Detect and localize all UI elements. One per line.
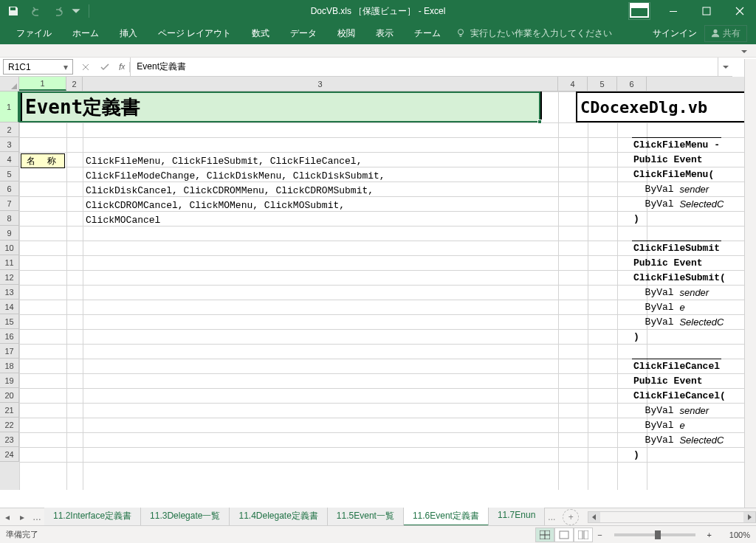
normal-view-button[interactable]	[535, 528, 554, 542]
row-header[interactable]: 6	[0, 181, 19, 196]
right-title-cell[interactable]: CDocexeDlg.vb	[576, 91, 756, 122]
undo-button[interactable]	[27, 2, 44, 20]
row-header[interactable]: 24	[0, 447, 19, 462]
name-box-dropdown[interactable]: ▾	[63, 62, 68, 72]
cell[interactable]: )	[632, 211, 641, 226]
column-header[interactable]: 4	[558, 77, 588, 91]
cell[interactable]: ByVal e	[632, 418, 687, 432]
cell[interactable]: )	[632, 447, 641, 462]
tab-more-button[interactable]: …	[30, 508, 44, 526]
tab-insert[interactable]: 挿入	[109, 23, 148, 44]
zoom-percent[interactable]: 100%	[716, 530, 750, 539]
row-header[interactable]: 19	[0, 373, 19, 388]
hscroll-right-button[interactable]	[743, 512, 755, 522]
row-header[interactable]: 2	[0, 122, 19, 137]
row-header[interactable]: 10	[0, 241, 19, 255]
signin-link[interactable]: サインイン	[653, 27, 697, 40]
sheet-tab[interactable]: 11.3Delegate一覧	[141, 508, 230, 526]
column-header[interactable]: 1	[19, 77, 66, 91]
tab-view[interactable]: 表示	[365, 23, 404, 44]
column-header[interactable]: 3	[83, 77, 558, 91]
cell[interactable]: ClickFileModeChange, ClickDiskMenu, Clic…	[84, 168, 387, 183]
maximize-button[interactable]	[690, 0, 723, 22]
tab-page-layout[interactable]: ページ レイアウト	[148, 23, 241, 44]
tab-home[interactable]: ホーム	[62, 23, 109, 44]
cell[interactable]: ClickFileMenu -	[632, 137, 721, 152]
sheet-tab[interactable]: 11.7Enun	[489, 508, 545, 526]
cell[interactable]: ByVal e	[632, 300, 687, 314]
column-header[interactable]: 5	[588, 77, 617, 91]
sheet-tab[interactable]: 11.4Delegate定義書	[230, 508, 327, 526]
row-header[interactable]: 23	[0, 432, 19, 447]
row-header[interactable]: 20	[0, 388, 19, 403]
cell[interactable]: ClickFileSubmit	[632, 241, 721, 255]
row-header[interactable]: 7	[0, 196, 19, 211]
cell[interactable]: ByVal sender	[632, 181, 710, 196]
cell[interactable]: ClickFileSubmit(	[632, 270, 727, 285]
row-header[interactable]: 4	[0, 152, 19, 167]
page-layout-view-button[interactable]	[554, 528, 574, 542]
cell[interactable]: ByVal sender	[632, 285, 710, 300]
cell[interactable]: ClickFileMenu, ClickFileSubmit, ClickFil…	[84, 153, 363, 168]
horizontal-scrollbar[interactable]	[588, 511, 756, 523]
label-name-cell[interactable]: 名 称	[21, 153, 65, 168]
column-header[interactable]: 2	[66, 77, 83, 91]
sheet-tab[interactable]: 11.2Interface定義書	[44, 508, 141, 526]
sheet-tab[interactable]: 11.5Event一覧	[328, 508, 404, 526]
sheet-tab[interactable]: 11.6Event定義書	[404, 508, 489, 526]
row-header[interactable]: 12	[0, 270, 19, 285]
page-break-view-button[interactable]	[574, 528, 593, 542]
row-header[interactable]: 17	[0, 344, 19, 359]
formula-input[interactable]	[131, 58, 718, 76]
cell[interactable]: ByVal sender	[632, 403, 710, 418]
cell[interactable]: Public Event	[632, 152, 704, 167]
name-box[interactable]: R1C1 ▾	[3, 59, 73, 75]
row-header[interactable]: 13	[0, 285, 19, 300]
title-cell[interactable]: Event定義書	[21, 91, 542, 122]
row-header[interactable]: 11	[0, 255, 19, 270]
tab-review[interactable]: 校閲	[327, 23, 365, 44]
column-header[interactable]: 6	[617, 77, 647, 91]
redo-button[interactable]	[49, 2, 66, 20]
cell[interactable]: Public Event	[632, 373, 704, 388]
zoom-in-button[interactable]: +	[703, 530, 716, 539]
cell[interactable]: ClickFileCancel	[632, 359, 721, 373]
row-header[interactable]: 16	[0, 329, 19, 344]
row-header[interactable]: 15	[0, 314, 19, 329]
cells-area[interactable]: Event定義書 CDocexeDlg.vb 名 称 ClickFileMenu…	[19, 91, 756, 490]
row-header[interactable]: 3	[0, 137, 19, 152]
cell[interactable]: ClickFileCancel(	[632, 388, 727, 403]
hscroll-left-button[interactable]	[588, 512, 600, 522]
tab-team[interactable]: チーム	[404, 23, 451, 44]
row-header[interactable]: 18	[0, 359, 19, 373]
row-header[interactable]: 14	[0, 300, 19, 314]
cell[interactable]: ClickFileMenu(	[632, 167, 715, 181]
zoom-out-button[interactable]: −	[593, 530, 606, 539]
row-header[interactable]: 9	[0, 226, 19, 241]
ribbon-display-options-button[interactable]	[628, 2, 650, 20]
expand-formula-bar-button[interactable]	[718, 58, 732, 76]
cell[interactable]: ClickDiskCancel, ClickCDROMMenu, ClickCD…	[84, 183, 375, 198]
zoom-slider[interactable]	[614, 533, 695, 536]
minimize-button[interactable]	[656, 0, 690, 22]
qat-customize-dropdown[interactable]	[71, 2, 81, 20]
cell[interactable]: ByVal SelectedC	[632, 196, 725, 211]
vertical-scrollbar[interactable]	[744, 59, 756, 508]
share-button[interactable]: 共有	[704, 25, 747, 42]
cancel-formula-button[interactable]	[76, 62, 95, 72]
close-button[interactable]	[723, 0, 756, 22]
row-header[interactable]: 8	[0, 211, 19, 226]
tab-formulas[interactable]: 数式	[241, 23, 280, 44]
select-all-button[interactable]	[0, 77, 19, 91]
enter-formula-button[interactable]	[95, 62, 114, 72]
add-sheet-button[interactable]: +	[563, 509, 579, 525]
cell[interactable]: ClickMOCancel	[84, 212, 162, 227]
insert-function-button[interactable]: fx	[114, 62, 130, 72]
cell[interactable]: ByVal SelectedC	[632, 432, 725, 447]
row-header[interactable]: 1	[0, 91, 19, 122]
worksheet-grid[interactable]: 1 2 3 4 5 6 1234567891011121314151617181…	[0, 77, 756, 490]
tab-data[interactable]: データ	[280, 23, 327, 44]
row-header[interactable]: 21	[0, 403, 19, 418]
tab-scroll-prev-button[interactable]: ▸	[15, 508, 30, 526]
cell[interactable]: )	[632, 329, 641, 344]
